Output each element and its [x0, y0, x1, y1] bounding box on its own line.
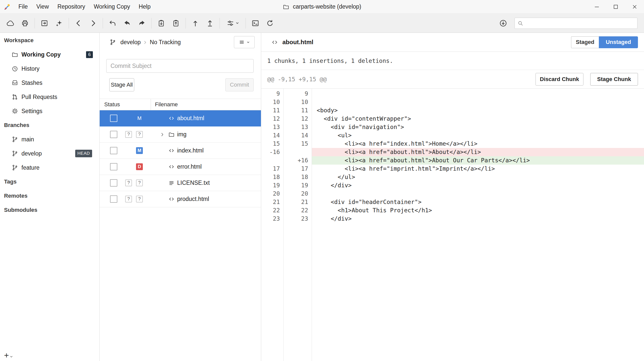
unstaged-tab[interactable]: Unstaged	[599, 36, 638, 48]
close-button[interactable]	[625, 0, 644, 13]
open-repository-icon[interactable]	[37, 16, 52, 31]
code-icon	[168, 115, 175, 121]
diff-line[interactable]: 1414 <ul>	[261, 131, 644, 140]
toolbar-right	[496, 16, 641, 31]
sidebar-item-feature[interactable]: feature	[0, 161, 99, 175]
sidebar-section-workspace[interactable]: Workspace	[0, 33, 99, 47]
file-row-license-txt[interactable]: ??LICENSE.txt	[100, 175, 261, 191]
undo-icon[interactable]	[105, 16, 120, 31]
push-icon[interactable]	[203, 16, 217, 31]
quick-actions-icon[interactable]	[52, 16, 66, 31]
diff-line[interactable]: 1212 <div id="contentWrapper">	[261, 115, 644, 123]
status-cell: ??	[125, 179, 143, 186]
old-line-number: 10	[261, 98, 283, 106]
stage-checkbox[interactable]	[110, 147, 117, 154]
diff-line[interactable]: 2323 </div>	[261, 215, 644, 223]
sidebar-item-working-copy[interactable]: Working Copy6	[0, 47, 99, 62]
file-row-error-html[interactable]: Derror.html	[100, 159, 261, 175]
diff-line[interactable]: 1717 <li><a href="imprint.html">Imprint<…	[261, 165, 644, 173]
sidebar-section-remotes[interactable]: Remotes	[0, 189, 99, 203]
diff-line[interactable]: +16 <li><a href="about.html">About Our C…	[261, 156, 644, 165]
file-row-index-html[interactable]: Mindex.html	[100, 143, 261, 159]
code-icon	[168, 196, 175, 202]
toolbar-separator	[35, 18, 35, 29]
diff-line[interactable]: 1515 <li><a href="index.html">Home</a></…	[261, 140, 644, 148]
diff-line[interactable]: 99	[261, 90, 644, 98]
reply-icon[interactable]	[120, 16, 135, 31]
new-line-number: 11	[283, 106, 312, 115]
new-line-number: 19	[283, 181, 312, 190]
status-cell: M	[125, 147, 143, 154]
status-cell: ??	[125, 196, 143, 202]
status-cell: M	[125, 115, 143, 121]
stage-checkbox[interactable]	[110, 179, 117, 187]
sidebar-item-stashes[interactable]: Stashes	[0, 76, 99, 90]
printer-icon[interactable]	[18, 16, 32, 31]
branch-icon	[12, 136, 18, 143]
stage-checkbox[interactable]	[110, 163, 117, 170]
forward-icon[interactable]	[86, 16, 100, 31]
diff-line[interactable]: 1010	[261, 98, 644, 106]
diff-line[interactable]: 1111<body>	[261, 106, 644, 115]
forward-share-icon[interactable]	[135, 16, 149, 31]
add-repository-button[interactable]: +	[4, 351, 13, 359]
diff-line[interactable]: 2121 <div id="headerContainer">	[261, 198, 644, 206]
menu-repository[interactable]: Repository	[53, 0, 90, 13]
stage-chunk-button[interactable]: Stage Chunk	[590, 73, 638, 86]
maximize-button[interactable]	[606, 0, 625, 13]
search-input[interactable]	[526, 20, 635, 27]
file-row-img[interactable]: ??img	[100, 126, 261, 143]
window-title-text: carparts-website (develop)	[293, 3, 361, 10]
discard-chunk-button[interactable]: Discard Chunk	[535, 73, 583, 86]
code-text: <li><a href="about.html">About</a></li>	[312, 148, 644, 156]
sidebar-section-branches[interactable]: Branches	[0, 118, 99, 132]
sidebar-section-submodules[interactable]: Submodules	[0, 203, 99, 217]
stage-checkbox[interactable]	[110, 131, 117, 138]
sidebar-item-develop[interactable]: developHEAD	[0, 146, 99, 161]
diff-line[interactable]: 1313 <div id="navigation">	[261, 123, 644, 131]
sidebar-item-settings[interactable]: Settings	[0, 104, 99, 118]
stash-save-icon[interactable]	[154, 16, 169, 31]
stash-pop-icon[interactable]	[169, 16, 183, 31]
staged-tab[interactable]: Staged	[571, 36, 599, 48]
sidebar-item-pull-requests[interactable]: Pull Requests	[0, 90, 99, 104]
filter-dropdown-button[interactable]	[222, 16, 243, 31]
stage-checkbox[interactable]	[110, 195, 117, 203]
diff-line[interactable]: 1818 </ul>	[261, 173, 644, 181]
minimize-button[interactable]	[587, 0, 606, 13]
diff-line[interactable]: 2020	[261, 190, 644, 198]
file-row-about-html[interactable]: Mabout.html	[100, 110, 261, 126]
terminal-icon[interactable]	[248, 16, 263, 31]
list-options-button[interactable]	[234, 36, 255, 48]
cloud-icon[interactable]	[3, 16, 18, 31]
commit-button[interactable]: Commit	[225, 78, 254, 91]
back-icon[interactable]	[71, 16, 86, 31]
code-text: </div>	[312, 215, 644, 223]
menu-view[interactable]: View	[32, 0, 53, 13]
menu-working-copy[interactable]: Working Copy	[89, 0, 134, 13]
expand-chevron-icon[interactable]	[159, 131, 166, 138]
commit-subject-input[interactable]	[106, 59, 254, 73]
stage-all-button[interactable]: Stage All	[109, 78, 134, 91]
head-badge: HEAD	[75, 150, 92, 157]
menu-file[interactable]: File	[14, 0, 32, 13]
menu-help[interactable]: Help	[134, 0, 155, 13]
old-line-number: 9	[261, 90, 283, 98]
file-row-product-html[interactable]: ??product.html	[100, 191, 261, 207]
pull-icon[interactable]	[188, 16, 203, 31]
diff-line[interactable]: -16 <li><a href="about.html">About</a></…	[261, 148, 644, 156]
diff-line[interactable]: 1919 </div>	[261, 181, 644, 190]
sidebar-item-history[interactable]: History	[0, 62, 99, 76]
new-line-number: 12	[283, 115, 312, 123]
sidebar-item-main[interactable]: main	[0, 132, 99, 146]
sidebar-section-tags[interactable]: Tags	[0, 175, 99, 189]
refresh-icon[interactable]	[263, 16, 277, 31]
stage-checkbox[interactable]	[110, 115, 117, 122]
new-line-number: 9	[283, 90, 312, 98]
download-icon[interactable]	[496, 16, 511, 31]
sidebar-item-label: Settings	[21, 108, 42, 115]
folder-icon	[168, 131, 175, 138]
diff-line[interactable]: 2222 <h1>About This Project</h1>	[261, 206, 644, 215]
sidebar-item-label: develop	[21, 150, 42, 157]
sidebar-item-label: Stashes	[21, 80, 42, 86]
